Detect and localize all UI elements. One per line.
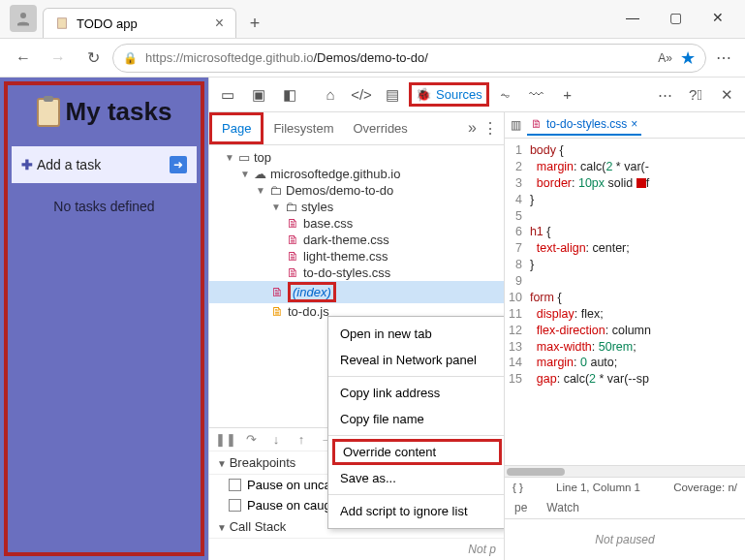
menu-copy-name[interactable]: Copy file name (328, 406, 505, 432)
reader-button[interactable]: A» (658, 51, 672, 65)
menu-copy-link[interactable]: Copy link address (328, 380, 505, 406)
url-text: https://microsoftedge.github.io/Demos/de… (145, 50, 428, 65)
step-over-icon[interactable]: ↷ (240, 432, 262, 447)
braces-icon[interactable]: { } (512, 482, 523, 493)
welcome-icon[interactable]: ⌂ (316, 80, 345, 109)
more-tools-icon[interactable]: ⋯ (650, 80, 679, 109)
device-icon[interactable]: ▣ (244, 80, 273, 109)
menu-separator (328, 494, 505, 495)
help-icon[interactable]: ?⃝ (681, 80, 710, 109)
tree-domain[interactable]: ▼☁microsoftedge.github.io (209, 166, 504, 182)
close-window-button[interactable]: ✕ (697, 4, 739, 31)
tab-title: TODO app (77, 16, 138, 31)
line-gutter: 123456789101112131415 (505, 139, 530, 465)
clipboard-icon (37, 98, 60, 127)
context-menu: Open in new tab Reveal in Network panel … (327, 316, 505, 529)
callstack-status: Not p (209, 539, 504, 560)
subtab-overrides[interactable]: Overrides (344, 115, 418, 141)
scope-not-paused: Not paused (505, 519, 745, 560)
performance-icon[interactable]: 〰 (522, 80, 551, 109)
subtab-filesystem[interactable]: Filesystem (264, 115, 343, 141)
tree-file[interactable]: 🗎dark-theme.css (209, 232, 504, 248)
close-tab-icon[interactable]: × (215, 15, 224, 32)
pause-icon[interactable]: ❚❚ (215, 432, 236, 447)
add-tab-icon[interactable]: + (553, 80, 582, 109)
bug-icon: 🐞 (416, 87, 431, 102)
tree-file[interactable]: 🗎to-do-styles.css (209, 264, 504, 281)
tree-file[interactable]: 🗎base.css (209, 215, 504, 232)
network-icon[interactable]: ⏦ (491, 80, 520, 109)
watch-tab[interactable]: Watch (537, 497, 589, 518)
favicon-icon (55, 16, 69, 30)
subtab-page[interactable]: Page (209, 112, 264, 144)
maximize-button[interactable]: ▢ (654, 4, 697, 31)
svg-point-0 (20, 13, 26, 18)
forward-button[interactable]: → (43, 43, 74, 74)
menu-ignore-list[interactable]: Add script to ignore list (328, 498, 505, 524)
menu-separator (328, 435, 505, 436)
minimize-button[interactable]: — (611, 4, 654, 31)
new-tab-button[interactable]: + (240, 9, 269, 38)
show-navigator-icon[interactable]: ▥ (511, 118, 521, 132)
inspect-icon[interactable]: ▭ (213, 80, 242, 109)
profile-avatar[interactable] (10, 5, 37, 32)
address-bar[interactable]: 🔒 https://microsoftedge.github.io/Demos/… (112, 44, 706, 73)
menu-separator (328, 376, 505, 377)
tree-file[interactable]: 🗎light-theme.css (209, 248, 504, 264)
rendered-page: My tasks ✚Add a task ➜ No tasks defined (0, 78, 208, 560)
css-file-icon: 🗎 (531, 117, 543, 131)
menu-override-content[interactable]: Override content (332, 439, 502, 465)
dock-icon[interactable]: ◧ (275, 80, 304, 109)
more-subtabs-icon[interactable]: » (468, 119, 477, 138)
page-title: My tasks (8, 97, 201, 127)
elements-icon[interactable]: </> (347, 80, 376, 109)
console-icon[interactable]: ▤ (378, 80, 407, 109)
file-tree: ▼▭top ▼☁microsoftedge.github.io ▼🗀Demos/… (209, 145, 504, 324)
menu-reveal-network[interactable]: Reveal in Network panel (328, 347, 505, 373)
tree-styles[interactable]: ▼🗀styles (209, 199, 504, 215)
add-task-input[interactable]: ✚Add a task ➜ (12, 146, 197, 183)
horizontal-scrollbar[interactable] (505, 465, 745, 477)
devtools-panel: ▭ ▣ ◧ ⌂ </> ▤ 🐞 Sources ⏦ 〰 + ⋯ ?⃝ ✕ Pag… (208, 78, 745, 560)
code-content: body { margin: calc(2 * var(- border: 10… (530, 139, 651, 465)
no-tasks-label: No tasks defined (8, 199, 201, 214)
submit-arrow-icon[interactable]: ➜ (170, 156, 187, 173)
menu-open-in-new-tab[interactable]: Open in new tab (328, 321, 505, 347)
back-button[interactable]: ← (8, 43, 39, 74)
browser-menu-button[interactable]: ⋯ (710, 48, 737, 67)
subtabs-menu-icon[interactable]: ⋮ (482, 119, 498, 138)
scope-tab[interactable]: pe (505, 497, 537, 518)
close-file-icon[interactable]: × (631, 117, 637, 131)
browser-tab[interactable]: TODO app × (43, 8, 236, 38)
close-devtools-icon[interactable]: ✕ (712, 80, 741, 109)
tab-sources[interactable]: 🐞 Sources (409, 82, 489, 107)
tree-folder[interactable]: ▼🗀Demos/demo-to-do (209, 182, 504, 199)
refresh-button[interactable]: ↻ (78, 43, 109, 74)
svg-rect-2 (58, 18, 67, 29)
step-into-icon[interactable]: ↓ (265, 432, 287, 447)
tree-top[interactable]: ▼▭top (209, 149, 504, 166)
tree-index-selected[interactable]: 🗎(index) (209, 281, 504, 303)
coverage-label: Coverage: n/ (673, 482, 737, 493)
step-out-icon[interactable]: ↑ (291, 432, 312, 447)
open-file-tab[interactable]: 🗎 to-do-styles.css × (527, 114, 641, 136)
lock-icon: 🔒 (123, 51, 138, 65)
menu-save-as[interactable]: Save as... (328, 465, 505, 491)
favorite-star-icon[interactable]: ★ (680, 47, 696, 69)
code-editor[interactable]: 123456789101112131415 body { margin: cal… (505, 139, 745, 465)
cursor-position: Line 1, Column 1 (556, 482, 640, 493)
